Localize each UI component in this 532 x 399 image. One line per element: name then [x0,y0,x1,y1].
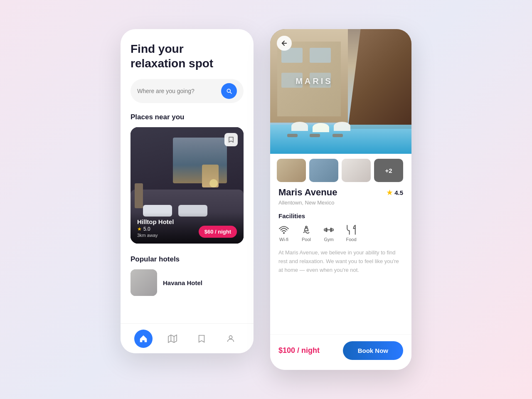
food-label: Food [346,237,356,242]
nightly-price: $100 / night [278,346,320,355]
svg-marker-0 [168,335,177,342]
nav-profile[interactable] [222,330,240,348]
back-icon [281,39,288,47]
search-button[interactable] [221,83,237,99]
home-icon-wrap [134,330,153,348]
hotel-name: Hilltop Hotel [137,218,174,225]
section-popular-title: Popular hotels [131,255,244,264]
profile-icon [226,334,235,343]
popular-hotel-thumbnail [131,269,157,296]
nav-bookmark[interactable] [192,330,211,348]
gym-label: Gym [324,237,333,242]
phone-left: Find your relaxation spot Places near yo… [121,29,254,353]
bottom-bar: $100 / night Book Now [270,334,411,370]
bookmark-icon [228,136,234,143]
popular-hotel-name: Havana Hotel [163,279,202,286]
pool-icon [301,224,312,235]
thumbnails-row: +2 [270,154,411,187]
pool-label: Pool [302,237,311,242]
card-info: Hilltop Hotel ★ 5.0 3km away $60 / night [131,212,244,244]
phone-right: MARIS +2 Maris Avenue [270,29,411,370]
hotel-location: Allentown, New Mexico [278,200,403,206]
featured-hotel-card[interactable]: Hilltop Hotel ★ 5.0 3km away $60 / night [131,127,244,244]
facility-gym: Gym [323,224,334,242]
wifi-icon [278,224,289,235]
facilities-row: Wi-fi Pool [278,224,403,242]
page-title: Find your relaxation spot [131,42,244,71]
search-bar [131,79,244,103]
gym-icon [323,224,334,235]
thumbnail-3[interactable] [342,159,371,182]
facilities-title: Facilities [278,212,403,219]
facility-wifi: Wi-fi [278,224,289,242]
bottom-nav [121,323,254,353]
search-input[interactable] [137,88,217,94]
food-icon [346,224,357,235]
svg-point-3 [229,335,232,338]
hotel-rating: ★ 5.0 [137,226,174,232]
hotel-details: Maris Avenue ★ 4.5 Allentown, New Mexico… [270,187,411,334]
price-badge: $60 / night [199,226,237,238]
rating-value: 4.5 [394,189,403,196]
home-icon [139,334,148,343]
star-icon: ★ [387,189,392,197]
back-button[interactable] [277,36,292,51]
facility-pool: Pool [301,224,312,242]
hotel-hero-image: MARIS [270,29,411,154]
hotel-distance: 3km away [137,233,174,238]
section-near-title: Places near you [131,113,244,121]
facility-food: Food [346,224,357,242]
wifi-label: Wi-fi [279,237,288,242]
thumbnails-more[interactable]: +2 [374,159,403,182]
hotel-name: Maris Avenue [278,187,337,198]
rating-badge: ★ 4.5 [387,189,403,197]
map-icon-wrap [163,330,182,348]
nav-home[interactable] [134,330,153,348]
svg-point-4 [283,233,284,234]
nav-map[interactable] [163,330,182,348]
bookmark-nav-icon-wrap [192,330,211,348]
profile-icon-wrap [222,330,240,348]
bookmark-button[interactable] [224,133,238,146]
hotel-name-row: Maris Avenue ★ 4.5 [278,187,403,198]
popular-hotel-item[interactable]: Havana Hotel [131,269,244,303]
hotel-description: At Maris Avenue, we believe in your abil… [278,249,403,274]
map-icon [168,334,177,343]
bookmark-nav-icon [197,334,206,343]
book-now-button[interactable]: Book Now [343,341,403,360]
search-icon [226,88,232,94]
thumbnail-1[interactable] [277,159,306,182]
hotel-brand-text: MARIS [296,76,332,86]
thumbnail-2[interactable] [309,159,338,182]
